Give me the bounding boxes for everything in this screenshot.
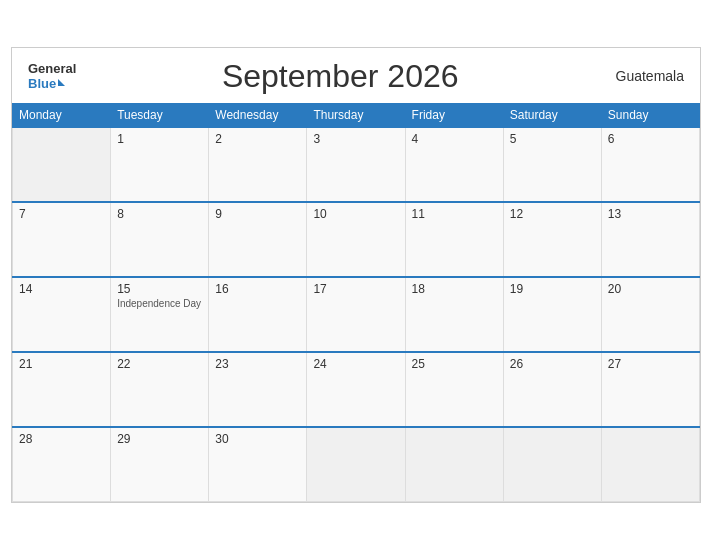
logo-area: General Blue [28, 61, 76, 91]
calendar-cell: 8 [111, 202, 209, 277]
day-header-sunday: Sunday [601, 103, 699, 127]
calendar-title: September 2026 [76, 58, 604, 95]
day-header-friday: Friday [405, 103, 503, 127]
calendar-cell: 19 [503, 277, 601, 352]
week-row-3: 1415Independence Day1617181920 [13, 277, 700, 352]
day-number: 19 [510, 282, 595, 296]
calendar-cell [503, 427, 601, 502]
day-number: 7 [19, 207, 104, 221]
calendar-cell: 14 [13, 277, 111, 352]
calendar-cell: 26 [503, 352, 601, 427]
day-number: 6 [608, 132, 693, 146]
day-number: 27 [608, 357, 693, 371]
day-number: 17 [313, 282, 398, 296]
calendar-cell: 9 [209, 202, 307, 277]
calendar-cell: 23 [209, 352, 307, 427]
day-header-wednesday: Wednesday [209, 103, 307, 127]
calendar-cell: 24 [307, 352, 405, 427]
day-number: 12 [510, 207, 595, 221]
calendar-cell: 21 [13, 352, 111, 427]
day-number: 5 [510, 132, 595, 146]
calendar-cell: 6 [601, 127, 699, 202]
day-number: 1 [117, 132, 202, 146]
calendar-cell: 12 [503, 202, 601, 277]
calendar-cell: 5 [503, 127, 601, 202]
week-row-4: 21222324252627 [13, 352, 700, 427]
calendar-cell: 29 [111, 427, 209, 502]
calendar-cell: 25 [405, 352, 503, 427]
calendar-cell: 27 [601, 352, 699, 427]
calendar-cell [307, 427, 405, 502]
day-number: 13 [608, 207, 693, 221]
calendar-container: General Blue September 2026 Guatemala Mo… [11, 47, 701, 504]
calendar-cell [405, 427, 503, 502]
day-number: 25 [412, 357, 497, 371]
calendar-cell: 10 [307, 202, 405, 277]
day-number: 29 [117, 432, 202, 446]
day-number: 10 [313, 207, 398, 221]
logo-blue-text: Blue [28, 76, 56, 91]
country-label: Guatemala [604, 68, 684, 84]
day-number: 11 [412, 207, 497, 221]
calendar-cell: 28 [13, 427, 111, 502]
calendar-cell: 16 [209, 277, 307, 352]
calendar-cell: 11 [405, 202, 503, 277]
day-number: 24 [313, 357, 398, 371]
calendar-cell: 30 [209, 427, 307, 502]
day-number: 20 [608, 282, 693, 296]
day-number: 30 [215, 432, 300, 446]
day-header-tuesday: Tuesday [111, 103, 209, 127]
calendar-cell: 20 [601, 277, 699, 352]
calendar-cell: 4 [405, 127, 503, 202]
day-number: 21 [19, 357, 104, 371]
week-row-5: 282930 [13, 427, 700, 502]
day-number: 23 [215, 357, 300, 371]
day-number: 9 [215, 207, 300, 221]
calendar-cell: 7 [13, 202, 111, 277]
day-number: 22 [117, 357, 202, 371]
calendar-cell: 1 [111, 127, 209, 202]
day-number: 4 [412, 132, 497, 146]
day-number: 15 [117, 282, 202, 296]
calendar-grid: MondayTuesdayWednesdayThursdayFridaySatu… [12, 103, 700, 503]
calendar-cell [601, 427, 699, 502]
day-header-thursday: Thursday [307, 103, 405, 127]
day-header-saturday: Saturday [503, 103, 601, 127]
calendar-cell: 13 [601, 202, 699, 277]
day-number: 18 [412, 282, 497, 296]
day-number: 14 [19, 282, 104, 296]
week-row-2: 78910111213 [13, 202, 700, 277]
calendar-cell: 2 [209, 127, 307, 202]
calendar-cell: 17 [307, 277, 405, 352]
logo-blue-area: Blue [28, 76, 65, 91]
day-number: 3 [313, 132, 398, 146]
calendar-cell: 3 [307, 127, 405, 202]
day-number: 8 [117, 207, 202, 221]
calendar-header: General Blue September 2026 Guatemala [12, 48, 700, 103]
logo-triangle-icon [58, 79, 65, 86]
day-number: 16 [215, 282, 300, 296]
day-number: 28 [19, 432, 104, 446]
logo-general-text: General [28, 61, 76, 76]
day-number: 26 [510, 357, 595, 371]
calendar-cell: 18 [405, 277, 503, 352]
week-row-1: 123456 [13, 127, 700, 202]
days-header-row: MondayTuesdayWednesdayThursdayFridaySatu… [13, 103, 700, 127]
calendar-cell [13, 127, 111, 202]
day-number: 2 [215, 132, 300, 146]
day-event: Independence Day [117, 298, 202, 309]
calendar-cell: 22 [111, 352, 209, 427]
day-header-monday: Monday [13, 103, 111, 127]
calendar-cell: 15Independence Day [111, 277, 209, 352]
